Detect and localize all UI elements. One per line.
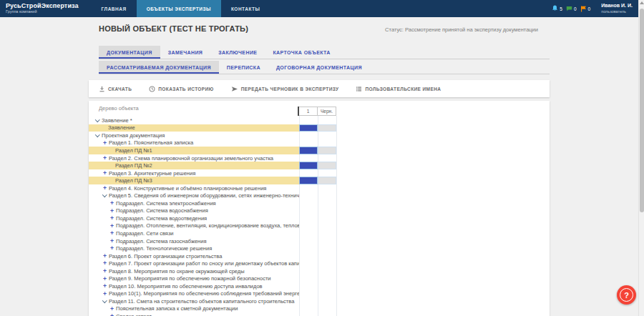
tree-row[interactable]: + Раздел 4. Конструктивные и объёмно пла… xyxy=(89,184,550,192)
tree-toggle-icon[interactable]: + xyxy=(102,170,108,177)
tree-row[interactable]: + Раздел 2. Схема планировочной организа… xyxy=(89,154,550,162)
tree-row[interactable]: + Раздел 8. Мероприятия по охране окружа… xyxy=(89,267,550,275)
tree-cell-version-1[interactable] xyxy=(299,184,318,192)
tree-cell-draft[interactable] xyxy=(318,282,336,290)
brand-logo[interactable]: РусьСтройЭкспертиза Группа компаний xyxy=(0,0,86,17)
tree-row[interactable]: + Подраздел. Отопление, вентиляция, конд… xyxy=(89,222,550,230)
tab[interactable]: ЗАМЕЧАНИЯ xyxy=(160,46,211,59)
tree-cell-version-1[interactable] xyxy=(299,282,318,290)
tree-cell-version-1[interactable] xyxy=(299,132,318,139)
nav-menu-item[interactable]: ОБЪЕКТЫ ЭКСПЕРТИЗЫ xyxy=(137,0,221,17)
tree-row[interactable]: + Раздел 6. Проект организации строитель… xyxy=(89,252,550,260)
nav-menu-item[interactable]: КОНТАКТЫ xyxy=(221,0,270,17)
tree-cell-version-1[interactable] xyxy=(299,147,318,154)
tree-toggle-icon[interactable]: + xyxy=(109,245,115,252)
tab[interactable]: ДОКУМЕНТАЦИЯ xyxy=(99,46,160,59)
tree-cell-draft[interactable] xyxy=(318,177,336,184)
tree-row[interactable]: Заявление xyxy=(89,124,550,132)
tree-cell-draft[interactable] xyxy=(318,267,336,275)
tree-toggle-icon[interactable]: + xyxy=(109,306,115,312)
tree-cell-version-1[interactable] xyxy=(299,214,318,222)
tree-toggle-icon[interactable]: + xyxy=(102,155,108,162)
user-menu[interactable]: Иванов И. И. пользователь xyxy=(601,3,633,14)
tree-cell-version-1[interactable] xyxy=(299,162,318,169)
user-names-button[interactable]: ПОЛЬЗОВАТЕЛЬСКИЕ ИМЕНА xyxy=(356,86,441,92)
tree-cell-version-1[interactable] xyxy=(299,169,318,177)
tree-row[interactable]: Раздел ПД №3 xyxy=(89,177,550,184)
tree-cell-version-1[interactable] xyxy=(299,139,318,147)
tree-cell-version-1[interactable] xyxy=(299,305,318,313)
tree-cell-version-1[interactable] xyxy=(299,275,318,282)
tree-toggle-icon[interactable]: + xyxy=(109,313,115,316)
tab[interactable]: ЗАКЛЮЧЕНИЕ xyxy=(210,46,265,59)
tree-row[interactable]: Раздел ПД №2 xyxy=(89,162,550,169)
tree-cell-draft[interactable] xyxy=(318,229,336,237)
tree-cell-version-1[interactable] xyxy=(299,290,318,298)
tree-cell-draft[interactable] xyxy=(318,312,336,316)
download-button[interactable]: СКАЧАТЬ xyxy=(99,86,132,92)
tree-toggle-icon[interactable]: + xyxy=(102,260,108,267)
tree-cell-draft[interactable] xyxy=(318,305,336,313)
tree-row[interactable]: + Раздел 10. Мероприятия по обеспечению … xyxy=(89,282,550,290)
tab[interactable]: ДОГОВОРНАЯ ДОКУМЕНТАЦИЯ xyxy=(268,61,370,74)
tree-toggle-icon[interactable]: + xyxy=(102,185,108,192)
tree-cell-draft[interactable] xyxy=(318,147,336,154)
tree-row[interactable]: + Раздел 7. Проект организации работ по … xyxy=(89,260,550,267)
tree-row[interactable]: + Подраздел. Сети связи xyxy=(89,229,550,237)
tree-row[interactable]: + Подраздел. Система электроснабжения xyxy=(89,199,550,207)
nav-menu-item[interactable]: ГЛАВНАЯ xyxy=(92,0,137,17)
tab[interactable]: РАССМАТРИВАЕМАЯ ДОКУМЕНТАЦИЯ xyxy=(99,61,219,74)
version-column-header[interactable]: 1 xyxy=(299,107,318,116)
scrollbar-up-arrow[interactable] xyxy=(640,1,644,4)
tree-cell-draft[interactable] xyxy=(318,237,336,245)
help-button[interactable]: ? xyxy=(617,285,636,305)
tree-row[interactable]: + Пояснительная записка к сметной докуме… xyxy=(89,305,550,313)
tree-cell-version-1[interactable] xyxy=(299,207,318,215)
tree-cell-version-1[interactable] xyxy=(299,124,318,132)
tree-toggle-icon[interactable]: + xyxy=(109,215,115,222)
tree-cell-version-1[interactable] xyxy=(299,267,318,275)
tree-cell-draft[interactable] xyxy=(318,124,336,132)
tree-row[interactable]: Раздел 11. Смета на строительство объект… xyxy=(89,297,550,305)
tree-row[interactable]: + Подраздел. Система водоотведения xyxy=(89,214,550,222)
tree-cell-draft[interactable] xyxy=(318,192,336,199)
tree-cell-draft[interactable] xyxy=(318,275,336,282)
tree-toggle-icon[interactable]: + xyxy=(109,208,115,214)
show-history-button[interactable]: ПОКАЗАТЬ ИСТОРИЮ xyxy=(149,86,213,92)
tree-toggle-icon[interactable] xyxy=(102,194,108,197)
tree-cell-version-1[interactable] xyxy=(299,312,318,316)
notifications-flag[interactable]: 0 xyxy=(580,6,591,12)
tree-cell-version-1[interactable] xyxy=(299,117,318,124)
tree-toggle-icon[interactable] xyxy=(102,300,108,302)
tree-toggle-icon[interactable] xyxy=(94,119,101,122)
tree-cell-version-1[interactable] xyxy=(299,229,318,237)
draft-column-header[interactable]: Черн. xyxy=(318,107,336,116)
tree-toggle-icon[interactable]: + xyxy=(102,268,108,275)
tree-toggle-icon[interactable]: + xyxy=(109,200,115,207)
tree-row[interactable]: Раздел 5. Сведения об инженерном оборудо… xyxy=(89,192,550,199)
tree-cell-draft[interactable] xyxy=(318,245,336,252)
tree-toggle-icon[interactable]: + xyxy=(102,253,108,260)
tab[interactable]: КАРТОЧКА ОБЪЕКТА xyxy=(265,46,338,59)
tree-cell-version-1[interactable] xyxy=(299,199,318,207)
scrollbar-thumb[interactable] xyxy=(640,9,644,212)
tree-cell-draft[interactable] xyxy=(318,139,336,147)
tree-cell-version-1[interactable] xyxy=(299,177,318,184)
notifications-chat[interactable]: 0 xyxy=(566,6,577,12)
tree-cell-version-1[interactable] xyxy=(299,192,318,199)
tree-cell-version-1[interactable] xyxy=(299,222,318,230)
tree-row[interactable]: + Сводка затрат xyxy=(89,312,550,316)
tree-row[interactable]: Проектная документация xyxy=(89,132,550,139)
tree-cell-draft[interactable] xyxy=(318,222,336,230)
tree-toggle-icon[interactable]: + xyxy=(109,223,115,229)
tree-row[interactable]: + Подраздел. Система газоснабжения xyxy=(89,237,550,245)
tree-cell-version-1[interactable] xyxy=(299,154,318,162)
tree-cell-draft[interactable] xyxy=(318,117,336,124)
notifications-bell[interactable]: 5 xyxy=(552,5,562,12)
tree-row[interactable]: + Раздел 1. Пояснительная записка xyxy=(89,139,550,147)
tree-toggle-icon[interactable]: + xyxy=(102,283,108,290)
tree-row[interactable]: + Подраздел. Технологические решения xyxy=(89,245,550,252)
tree-cell-version-1[interactable] xyxy=(299,297,318,305)
tree-cell-version-1[interactable] xyxy=(299,252,318,260)
tree-toggle-icon[interactable]: + xyxy=(102,276,108,282)
